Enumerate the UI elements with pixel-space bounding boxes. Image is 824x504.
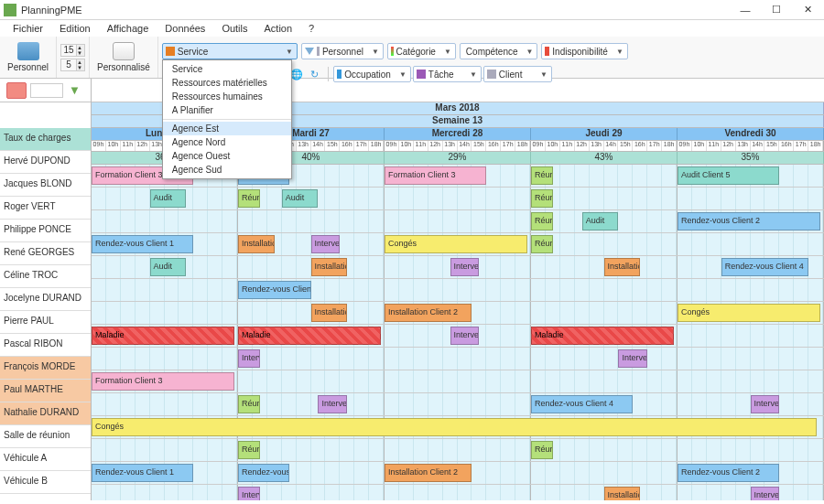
day-cell[interactable]: Audit bbox=[92, 188, 238, 209]
day-cell[interactable]: Congés bbox=[678, 302, 824, 324]
service-option[interactable]: Service bbox=[163, 62, 291, 76]
day-cell[interactable] bbox=[92, 348, 238, 370]
day-cell[interactable] bbox=[92, 393, 238, 415]
day-cell[interactable]: Congés bbox=[92, 416, 238, 438]
event[interactable]: Interventi bbox=[311, 235, 341, 253]
day-cell[interactable]: Audit Client 5 bbox=[678, 165, 824, 187]
event[interactable]: Réunion bbox=[531, 189, 553, 208]
ribbon-personnalise[interactable]: Personnalisé bbox=[90, 37, 158, 78]
event[interactable]: Réunion bbox=[531, 166, 553, 185]
event[interactable]: Installation bbox=[604, 487, 641, 500]
service-option[interactable]: Agence Ouest bbox=[163, 149, 291, 163]
event[interactable]: Installation bbox=[238, 235, 275, 253]
resource-label[interactable]: Jocelyne DURAND bbox=[0, 288, 91, 311]
event[interactable]: Audit Client 5 bbox=[678, 166, 779, 185]
dropdown-service[interactable]: Service ▼ ServiceRessources matériellesR… bbox=[162, 43, 298, 59]
day-cell[interactable] bbox=[385, 370, 531, 392]
event[interactable]: Rendez-vous Client 1 bbox=[92, 464, 193, 482]
minimize-button[interactable]: — bbox=[732, 2, 758, 18]
event[interactable]: Interventi bbox=[450, 258, 480, 276]
day-cell[interactable]: Installation bbox=[238, 256, 385, 278]
resource-label[interactable]: Hervé DUPOND bbox=[0, 151, 91, 174]
event[interactable]: Maladie bbox=[531, 327, 674, 345]
day-cell[interactable]: Installation bbox=[531, 485, 678, 500]
filter-icon[interactable]: ▼ bbox=[69, 83, 81, 97]
service-option[interactable]: Ressources matérielles bbox=[163, 76, 291, 90]
event[interactable]: Installation bbox=[311, 304, 348, 322]
day-cell[interactable] bbox=[92, 210, 238, 232]
day-cell[interactable] bbox=[385, 485, 531, 500]
day-cell[interactable]: Installation Client 2 bbox=[385, 462, 531, 484]
event[interactable]: Formation Client 3 bbox=[385, 166, 486, 185]
event[interactable]: Audit bbox=[150, 258, 187, 276]
day-cell[interactable]: Interven Client 1 bbox=[238, 485, 385, 500]
resource-label[interactable]: Philippe PONCE bbox=[0, 220, 91, 242]
day-cell[interactable] bbox=[678, 348, 824, 370]
event[interactable]: Réunion bbox=[238, 189, 260, 208]
day-cell[interactable]: Réunion bbox=[531, 233, 678, 255]
event[interactable]: Rendez-vous Client 4 bbox=[721, 258, 808, 276]
menu-outils[interactable]: Outils bbox=[214, 21, 255, 36]
event[interactable]: Audit bbox=[582, 212, 619, 231]
day-cell[interactable]: Maladie bbox=[531, 325, 678, 347]
event[interactable]: Congés bbox=[92, 418, 817, 436]
event[interactable]: Installation bbox=[311, 258, 348, 276]
menu-affichage[interactable]: Affichage bbox=[100, 21, 157, 36]
resource-label[interactable]: Paul MARTHE bbox=[0, 380, 91, 402]
event[interactable]: Réunion bbox=[531, 212, 553, 231]
day-cell[interactable] bbox=[531, 279, 678, 301]
day-cell[interactable]: Interventi bbox=[385, 325, 531, 347]
day-cell[interactable] bbox=[238, 370, 385, 392]
event[interactable]: Maladie bbox=[238, 327, 381, 345]
day-cell[interactable]: Installation bbox=[238, 302, 385, 324]
day-cell[interactable] bbox=[678, 279, 824, 301]
event[interactable]: Installation Client 2 bbox=[385, 464, 472, 482]
day-cell[interactable] bbox=[238, 210, 385, 232]
day-cell[interactable]: Maladie bbox=[238, 325, 385, 347]
event[interactable]: Maladie bbox=[92, 327, 234, 345]
resource-label[interactable]: René GEORGES bbox=[0, 242, 91, 265]
event[interactable]: Réunion bbox=[531, 441, 553, 459]
event[interactable]: Congés bbox=[385, 235, 527, 253]
day-cell[interactable] bbox=[92, 439, 238, 461]
day-cell[interactable] bbox=[678, 233, 824, 255]
day-cell[interactable]: Installation Client 2 bbox=[385, 302, 531, 324]
resource-label[interactable]: Nathalie DURAND bbox=[0, 402, 91, 425]
event[interactable]: Réunion bbox=[531, 235, 553, 253]
day-cell[interactable] bbox=[531, 462, 678, 484]
event[interactable]: Interventi bbox=[751, 395, 780, 413]
day-cell[interactable]: Rendez-vous Client 2 bbox=[678, 462, 824, 484]
day-cell[interactable]: Interventi bbox=[678, 485, 824, 500]
day-cell[interactable]: Installation bbox=[531, 256, 678, 278]
resource-label[interactable]: Pierre PAUL bbox=[0, 311, 91, 334]
event[interactable]: Installation bbox=[604, 258, 641, 276]
day-cell[interactable] bbox=[531, 370, 678, 392]
event[interactable]: Réunion bbox=[238, 395, 260, 413]
day-cell[interactable] bbox=[678, 188, 824, 209]
day-cell[interactable] bbox=[678, 370, 824, 392]
day-cell[interactable] bbox=[385, 439, 531, 461]
service-option[interactable]: Ressources humaines bbox=[163, 90, 291, 103]
day-cell[interactable]: Maladie bbox=[92, 325, 238, 347]
day-cell[interactable]: RéunionAudit bbox=[238, 188, 385, 209]
day-cell[interactable]: Congés bbox=[385, 233, 531, 255]
day-cell[interactable]: Rendez-vous Client 1 bbox=[92, 233, 238, 255]
day-cell[interactable] bbox=[385, 210, 531, 232]
day-cell[interactable]: Interventi bbox=[678, 393, 824, 415]
day-cell[interactable]: RéunionAudit bbox=[531, 210, 678, 232]
event[interactable]: Audit bbox=[150, 189, 187, 208]
event[interactable]: Réunion bbox=[238, 441, 260, 459]
service-option[interactable]: A Planifier bbox=[163, 103, 291, 117]
event[interactable]: Interventi bbox=[450, 327, 480, 345]
day-cell[interactable] bbox=[92, 485, 238, 500]
event[interactable]: Interventi bbox=[751, 487, 780, 500]
resource-label[interactable]: François MORDE bbox=[0, 357, 91, 380]
dropdown-competence[interactable]: Compétence▼ bbox=[460, 43, 537, 59]
dropdown-occupation[interactable]: Occupation▼ bbox=[333, 66, 411, 82]
resource-label[interactable]: Pascal RIBON bbox=[0, 334, 91, 357]
day-cell[interactable] bbox=[678, 325, 824, 347]
event[interactable]: Congés bbox=[678, 304, 820, 322]
service-option[interactable]: Agence Sud bbox=[163, 163, 291, 177]
resource-label[interactable]: Salle de réunion bbox=[0, 425, 91, 448]
day-cell[interactable]: Formation Client 3 bbox=[385, 165, 531, 187]
